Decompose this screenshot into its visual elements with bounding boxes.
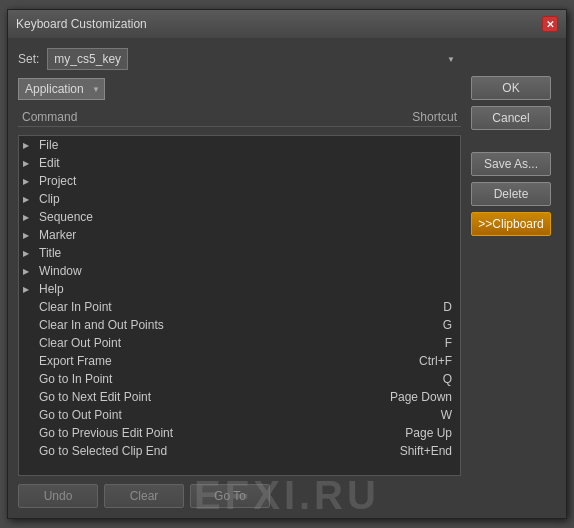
flat-item-name: Go to Previous Edit Point [39, 426, 356, 440]
tree-arrow-icon: ▶ [23, 159, 37, 168]
close-button[interactable]: ✕ [542, 16, 558, 32]
tree-arrow-icon: ▶ [23, 177, 37, 186]
flat-item-shortcut: Shift+End [356, 444, 456, 458]
app-select[interactable]: Application [18, 78, 105, 100]
tree-arrow-icon: ▶ [23, 285, 37, 294]
tree-item[interactable]: ▶ Help [19, 280, 460, 298]
app-select-wrapper: Application [18, 78, 105, 100]
flat-item-name: Clear In and Out Points [39, 318, 356, 332]
col-command-header: Command [22, 110, 337, 124]
tree-item[interactable]: ▶ File [19, 136, 460, 154]
set-label: Set: [18, 52, 39, 66]
go-to-button[interactable]: Go To [190, 484, 270, 508]
tree-item[interactable]: ▶ Project [19, 172, 460, 190]
tree-item-name: Project [37, 174, 356, 188]
flat-item[interactable]: Go to Previous Edit Point Page Up [19, 424, 460, 442]
delete-button[interactable]: Delete [471, 182, 551, 206]
tree-item[interactable]: ▶ Sequence [19, 208, 460, 226]
tree-arrow-icon: ▶ [23, 231, 37, 240]
flat-item-name: Go to Out Point [39, 408, 356, 422]
tree-arrow-icon: ▶ [23, 249, 37, 258]
tree-arrow-icon: ▶ [23, 195, 37, 204]
flat-item[interactable]: Go to Selected Clip End Shift+End [19, 442, 460, 460]
flat-item[interactable]: Export Frame Ctrl+F [19, 352, 460, 370]
dialog-title: Keyboard Customization [16, 17, 147, 31]
tree-item-name: Clip [37, 192, 356, 206]
clear-button[interactable]: Clear [104, 484, 184, 508]
left-panel: Set: my_cs5_key Application Command Sh [18, 48, 461, 508]
tree-item-name: Window [37, 264, 356, 278]
flat-item[interactable]: Go to In Point Q [19, 370, 460, 388]
set-row: Set: my_cs5_key [18, 48, 461, 70]
bottom-buttons: Undo Clear Go To [18, 484, 270, 508]
dialog-body: Set: my_cs5_key Application Command Sh [8, 38, 566, 518]
flat-item[interactable]: Go to Out Point W [19, 406, 460, 424]
flat-item-shortcut: Page Down [356, 390, 456, 404]
tree-item[interactable]: ▶ Title [19, 244, 460, 262]
tree-item[interactable]: ▶ Edit [19, 154, 460, 172]
flat-item-shortcut: Page Up [356, 426, 456, 440]
bottom-section: Undo Clear Go To [18, 484, 461, 508]
set-dropdown-wrapper: my_cs5_key [47, 48, 461, 70]
flat-item-shortcut: G [356, 318, 456, 332]
tree-arrow-icon: ▶ [23, 141, 37, 150]
set-dropdown[interactable]: my_cs5_key [47, 48, 128, 70]
flat-item[interactable]: Clear Out Point F [19, 334, 460, 352]
right-panel: OK Cancel Save As... Delete >>Clipboard [471, 48, 556, 508]
col-shortcut-header: Shortcut [337, 110, 457, 124]
flat-item-name: Export Frame [39, 354, 356, 368]
tree-item[interactable]: ▶ Marker [19, 226, 460, 244]
tree-item-name: Edit [37, 156, 356, 170]
save-as-button[interactable]: Save As... [471, 152, 551, 176]
flat-item-shortcut: F [356, 336, 456, 350]
tree-item-name: Title [37, 246, 356, 260]
tree-item-name: Sequence [37, 210, 356, 224]
flat-item-name: Clear Out Point [39, 336, 356, 350]
flat-item-name: Clear In Point [39, 300, 356, 314]
keyboard-customization-dialog: Keyboard Customization ✕ Set: my_cs5_key… [7, 9, 567, 519]
cancel-button[interactable]: Cancel [471, 106, 551, 130]
app-dropdown-row: Application [18, 78, 461, 100]
tree-item-name: Help [37, 282, 356, 296]
table-header: Command Shortcut [18, 108, 461, 127]
title-bar: Keyboard Customization ✕ [8, 10, 566, 38]
flat-item[interactable]: Go to Next Edit Point Page Down [19, 388, 460, 406]
tree-item[interactable]: ▶ Window [19, 262, 460, 280]
flat-item-shortcut: Ctrl+F [356, 354, 456, 368]
tree-arrow-icon: ▶ [23, 213, 37, 222]
undo-button[interactable]: Undo [18, 484, 98, 508]
flat-item[interactable]: Clear In Point D [19, 298, 460, 316]
flat-item[interactable]: Clear In and Out Points G [19, 316, 460, 334]
command-list[interactable]: ▶ File ▶ Edit ▶ Project ▶ Clip ▶ Sequenc… [18, 135, 461, 476]
tree-item-name: File [37, 138, 356, 152]
flat-item-name: Go to In Point [39, 372, 356, 386]
flat-item-shortcut: D [356, 300, 456, 314]
ok-button[interactable]: OK [471, 76, 551, 100]
clipboard-button[interactable]: >>Clipboard [471, 212, 551, 236]
flat-item-name: Go to Next Edit Point [39, 390, 356, 404]
tree-arrow-icon: ▶ [23, 267, 37, 276]
flat-item-shortcut: Q [356, 372, 456, 386]
flat-item-name: Go to Selected Clip End [39, 444, 356, 458]
tree-item-name: Marker [37, 228, 356, 242]
tree-item[interactable]: ▶ Clip [19, 190, 460, 208]
flat-item-shortcut: W [356, 408, 456, 422]
